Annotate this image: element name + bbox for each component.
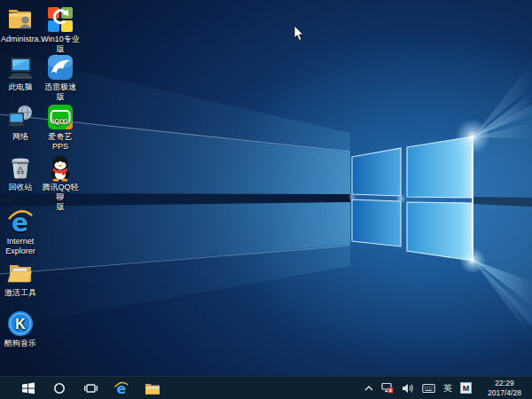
- windows-logo-icon: [21, 381, 35, 395]
- icon-label-line2: Explorer: [1, 246, 40, 256]
- tray-touch-keyboard-button[interactable]: [422, 383, 435, 394]
- internet-explorer-icon: e: [6, 207, 35, 236]
- desktop-icon-network[interactable]: 网络: [1, 103, 40, 142]
- tray-language-indicator[interactable]: 英: [443, 382, 452, 395]
- start-button[interactable]: [20, 380, 36, 396]
- clock-date: 2017/4/28: [480, 388, 529, 398]
- iqiyi-icon: [46, 103, 74, 131]
- desktop-icon-internet-explorer[interactable]: e Internet Explorer: [1, 207, 40, 256]
- user-folder-icon: [6, 5, 35, 34]
- qq-penguin-icon: [46, 153, 74, 182]
- desktop-icon-kugou-music[interactable]: K 酷狗音乐: [1, 309, 40, 348]
- chevron-up-icon: [364, 385, 373, 392]
- search-circle-icon: [53, 382, 66, 395]
- icon-label: Win10专业版: [41, 35, 80, 54]
- icon-label: 腾讯QQ轻聊: [41, 183, 80, 202]
- touch-keyboard-icon: [422, 383, 435, 394]
- this-pc-icon: [6, 53, 35, 82]
- search-button[interactable]: [51, 380, 67, 396]
- taskbar-internet-explorer[interactable]: e: [113, 380, 129, 396]
- network-disconnected-icon: [381, 382, 394, 394]
- icon-label: 爱奇艺PPS: [41, 132, 80, 152]
- task-view-button[interactable]: [82, 380, 98, 396]
- tray-volume-button[interactable]: [402, 383, 414, 394]
- recycle-bin-icon: [6, 153, 35, 182]
- system-tray: 英 M 22:29 2017/4/28: [356, 379, 532, 397]
- taskbar-file-explorer[interactable]: [145, 380, 160, 396]
- icon-label: Internet: [1, 237, 40, 246]
- tray-clock[interactable]: 22:29 2017/4/28: [480, 379, 529, 397]
- icon-label: 此电脑: [1, 82, 40, 92]
- ime-m-icon: M: [460, 382, 472, 394]
- desktop-icon-recycle-bin[interactable]: 回收站: [1, 153, 40, 192]
- desktop-icon-qq[interactable]: 腾讯QQ轻聊 版: [41, 153, 80, 212]
- desktop-icon-iqiyi[interactable]: iQIYI 爱奇艺PPS: [41, 103, 80, 152]
- taskbar: e: [0, 376, 532, 399]
- icon-label: 迅雷极速版: [41, 82, 80, 102]
- internet-explorer-icon: e: [113, 380, 129, 396]
- mouse-cursor: [293, 25, 305, 42]
- desktop-icon-this-pc[interactable]: 此电脑: [1, 53, 40, 92]
- task-view-icon: [83, 382, 98, 395]
- tools-folder-icon: [6, 259, 35, 287]
- network-icon: [6, 103, 35, 131]
- win10-pro-icon: [46, 5, 74, 34]
- folder-icon: [145, 381, 160, 395]
- tray-chevron-button[interactable]: [364, 385, 373, 392]
- thunder-bird-icon: [46, 53, 74, 82]
- speaker-icon: [402, 383, 414, 394]
- icon-label: 激活工具: [1, 288, 40, 298]
- icon-label-line2: 版: [41, 202, 80, 212]
- tray-ime-button[interactable]: M: [460, 382, 472, 394]
- tray-network-button[interactable]: [381, 382, 394, 394]
- desktop-icon-thunder[interactable]: 迅雷极速版: [41, 53, 80, 102]
- icon-label: Administra...: [1, 35, 40, 44]
- icon-label: 网络: [1, 132, 40, 142]
- wallpaper: [0, 0, 532, 399]
- kugou-icon: [6, 309, 35, 338]
- desktop-icon-administrator[interactable]: Administra...: [1, 5, 40, 44]
- icon-label: 酷狗音乐: [1, 339, 40, 348]
- desktop: Administra... 此电脑 网络: [0, 0, 532, 399]
- desktop-icon-activation-tools[interactable]: 激活工具: [1, 259, 40, 298]
- taskbar-left: e: [0, 380, 176, 396]
- clock-time: 22:29: [480, 379, 529, 388]
- icon-label: 回收站: [1, 183, 40, 192]
